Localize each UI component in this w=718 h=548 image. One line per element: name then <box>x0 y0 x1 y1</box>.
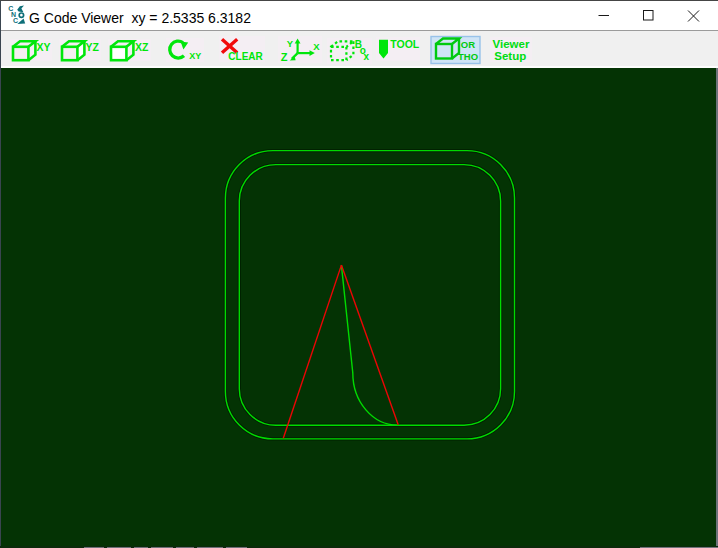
svg-text:YZ: YZ <box>86 41 100 53</box>
svg-text:Setup: Setup <box>494 50 526 62</box>
svg-text:TOOL: TOOL <box>390 38 420 50</box>
svg-text:THO: THO <box>458 51 478 62</box>
svg-text:C: C <box>13 17 18 24</box>
svg-text:Z: Z <box>281 51 288 63</box>
svg-text:XY: XY <box>37 41 51 53</box>
svg-text:Y: Y <box>287 38 294 49</box>
svg-text:XZ: XZ <box>135 41 149 53</box>
svg-text:Viewer: Viewer <box>493 38 530 50</box>
svg-text:XY: XY <box>189 51 201 61</box>
svg-text:X: X <box>313 41 320 52</box>
svg-text:x: x <box>364 51 370 62</box>
svg-text:OR: OR <box>461 39 475 50</box>
svg-text:CLEAR: CLEAR <box>228 51 263 62</box>
